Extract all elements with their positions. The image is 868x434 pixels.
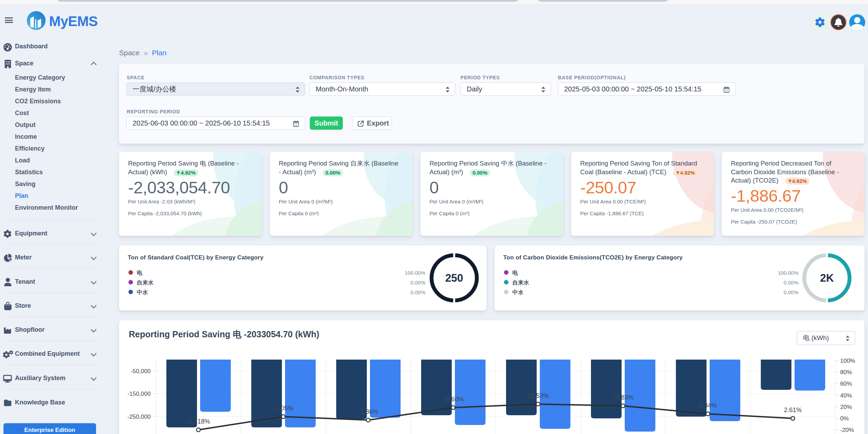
svg-text:19.83%: 19.83% xyxy=(612,394,633,401)
svg-text:40%: 40% xyxy=(840,392,852,399)
svg-text:-50,000: -50,000 xyxy=(131,368,151,375)
svg-text:-250,000: -250,000 xyxy=(127,413,151,420)
svg-text:-21.18%: -21.18% xyxy=(187,418,210,425)
svg-text:0%: 0% xyxy=(840,415,849,422)
svg-text:-20%: -20% xyxy=(840,427,854,433)
svg-text:20%: 20% xyxy=(840,404,852,410)
svg-text:-3.86%: -3.86% xyxy=(358,408,378,415)
svg-text:2K: 2K xyxy=(820,272,834,284)
svg-text:22.53%: 22.53% xyxy=(527,392,549,399)
svg-text:80%: 80% xyxy=(840,369,852,376)
svg-text:2.61%: 2.61% xyxy=(784,407,802,413)
svg-text:100%: 100% xyxy=(840,357,855,364)
svg-text:250: 250 xyxy=(445,272,463,284)
svg-text:-0.05%: -0.05% xyxy=(273,405,293,412)
svg-text:8.34%: 8.34% xyxy=(699,402,717,409)
svg-text:16.60%: 16.60% xyxy=(442,396,464,403)
svg-text:60%: 60% xyxy=(840,380,852,387)
svg-text:-150,000: -150,000 xyxy=(127,391,151,397)
